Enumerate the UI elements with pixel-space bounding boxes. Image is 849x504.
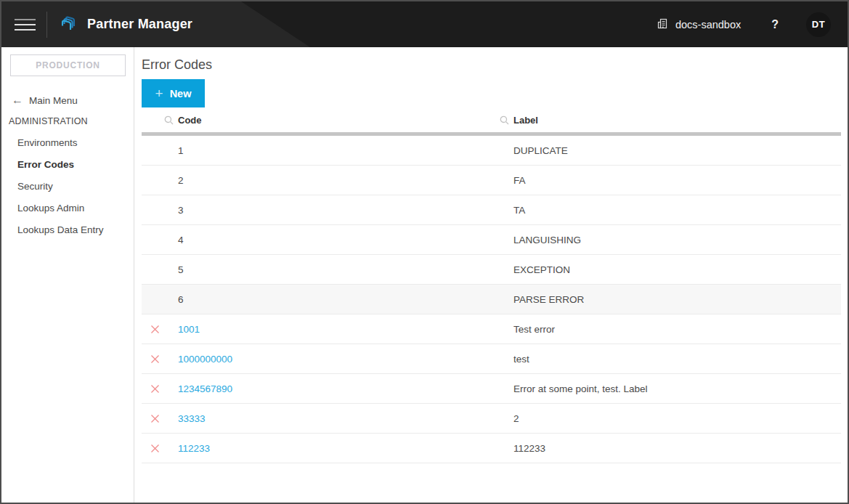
table-row: 1000000000 test: [142, 344, 841, 374]
environment-selector[interactable]: docs-sandbox: [657, 17, 741, 32]
column-header-code[interactable]: Code: [164, 115, 500, 126]
error-label: test: [513, 354, 841, 365]
error-label: PARSE ERROR: [513, 294, 841, 305]
error-label: 112233: [513, 443, 841, 454]
avatar[interactable]: DT: [806, 12, 831, 37]
delete-icon[interactable]: [142, 414, 178, 423]
sidebar: PRODUCTION ← Main Menu ADMINISTRATION En…: [1, 47, 134, 503]
back-label: Main Menu: [29, 95, 78, 106]
error-code: 1: [178, 145, 513, 156]
sidebar-item-security[interactable]: Security: [1, 175, 134, 197]
error-label: TA: [513, 205, 841, 216]
sidebar-section-administration: ADMINISTRATION: [9, 116, 134, 126]
sidebar-nav: Environments Error Codes Security Lookup…: [1, 131, 134, 240]
error-code: 5: [178, 264, 513, 275]
sidebar-item-lookups-data-entry[interactable]: Lookups Data Entry: [1, 219, 134, 240]
error-codes-table: Code Label 1 DUPLICATE: [142, 107, 841, 463]
table-row: 1234567890 Error at some point, test. La…: [142, 374, 841, 404]
error-label: Test error: [513, 324, 841, 335]
error-code: 6: [178, 294, 513, 305]
error-code: 4: [178, 235, 513, 245]
table-row: 5 EXCEPTION: [142, 255, 841, 285]
error-code: 2: [178, 175, 513, 186]
table-row: 2 FA: [142, 166, 841, 195]
plus-icon: +: [155, 86, 163, 100]
hamburger-menu-icon[interactable]: [15, 19, 36, 31]
organization-icon: [657, 17, 669, 32]
search-icon: [500, 115, 509, 125]
app-title: Partner Manager: [87, 17, 192, 32]
error-label: LANGUISHING: [513, 235, 841, 245]
delete-icon[interactable]: [142, 325, 178, 334]
sidebar-item-error-codes[interactable]: Error Codes: [1, 153, 134, 175]
top-bar: Partner Manager docs-sandbox ? DT: [1, 1, 848, 47]
sidebar-item-lookups-admin[interactable]: Lookups Admin: [1, 197, 134, 219]
error-label: 2: [513, 413, 841, 424]
error-label: EXCEPTION: [513, 264, 841, 275]
table-row-highlighted: 6 PARSE ERROR: [142, 285, 841, 314]
delete-icon[interactable]: [142, 354, 178, 364]
help-icon[interactable]: ?: [771, 18, 779, 31]
error-code-link[interactable]: 1234567890: [178, 383, 513, 394]
error-label: DUPLICATE: [513, 145, 841, 156]
main-content: Error Codes + New Code: [134, 47, 848, 503]
table-row: 1001 Test error: [142, 314, 841, 344]
search-icon: [164, 115, 174, 125]
error-label: Error at some point, test. Label: [513, 383, 841, 394]
new-button[interactable]: + New: [142, 79, 205, 107]
error-label: FA: [513, 175, 841, 186]
table-row: 33333 2: [142, 404, 841, 434]
new-button-label: New: [170, 88, 192, 99]
back-arrow-icon: ←: [12, 94, 23, 106]
table-row: 1 DUPLICATE: [142, 136, 841, 166]
app-window: Partner Manager docs-sandbox ? DT PRODUC…: [1, 1, 848, 503]
error-code-link[interactable]: 1001: [178, 324, 513, 335]
table-header-row: Code Label: [142, 107, 841, 132]
error-code-link[interactable]: 1000000000: [178, 354, 513, 365]
delete-icon[interactable]: [142, 384, 178, 394]
table-row: 112233 112233: [142, 434, 841, 463]
app-logo-icon: [58, 15, 78, 34]
sidebar-item-environments[interactable]: Environments: [1, 131, 134, 153]
page-title: Error Codes: [142, 57, 841, 73]
table-row: 4 LANGUISHING: [142, 225, 841, 255]
error-code-link[interactable]: 33333: [178, 413, 513, 424]
header-divider: [46, 12, 47, 38]
production-badge: PRODUCTION: [10, 54, 126, 76]
environment-name: docs-sandbox: [675, 19, 741, 31]
column-header-label[interactable]: Label: [500, 115, 827, 126]
error-code: 3: [178, 205, 513, 216]
sidebar-back-main-menu[interactable]: ← Main Menu: [12, 94, 134, 106]
delete-icon[interactable]: [142, 444, 178, 453]
error-code-link[interactable]: 112233: [178, 443, 513, 454]
table-row: 3 TA: [142, 195, 841, 225]
